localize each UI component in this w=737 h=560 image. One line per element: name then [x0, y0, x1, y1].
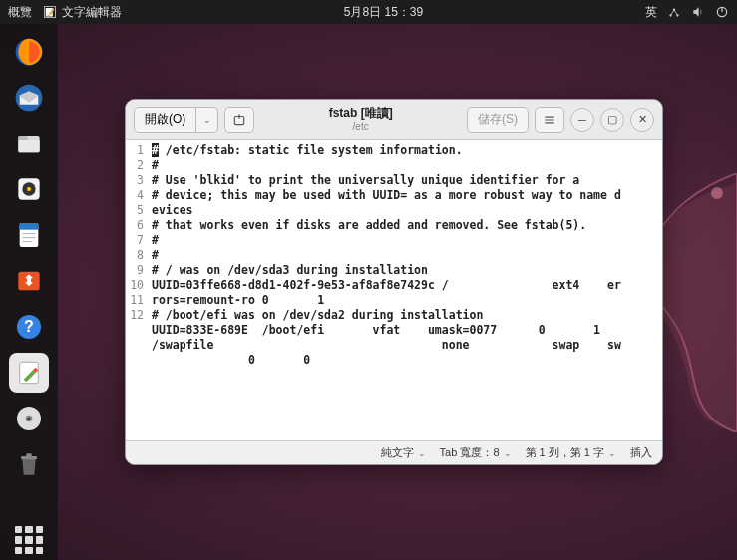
text-editor-window: 開啟(O) ⌄ fstab [唯讀] /etc 儲存(S) ─ ▢ ✕ 1 2 …: [125, 99, 663, 465]
app-name-label[interactable]: 文字編輯器: [62, 4, 122, 21]
dock-files[interactable]: [9, 124, 49, 163]
dock-rhythmbox[interactable]: [9, 169, 49, 209]
svg-rect-28: [26, 453, 31, 456]
svg-point-13: [27, 187, 31, 191]
svg-text:?: ?: [24, 318, 34, 335]
titlebar[interactable]: 開啟(O) ⌄ fstab [唯讀] /etc 儲存(S) ─ ▢ ✕: [126, 100, 662, 140]
status-bar: 純文字⌄ Tab 寬度：8⌄ 第 1 列，第 1 字⌄ 插入: [126, 440, 662, 464]
tab-width-selector[interactable]: Tab 寬度：8⌄: [440, 445, 512, 460]
minimize-button[interactable]: ─: [570, 108, 594, 132]
show-apps-button[interactable]: [9, 520, 49, 560]
new-tab-button[interactable]: [224, 107, 254, 133]
insert-mode[interactable]: 插入: [630, 445, 652, 460]
code-content[interactable]: # /etc/fstab: static file system informa…: [148, 140, 662, 440]
dock-software[interactable]: [9, 261, 49, 301]
activities-button[interactable]: 概覽: [8, 4, 32, 21]
dock: ?: [0, 24, 58, 560]
network-icon[interactable]: [667, 5, 681, 19]
dock-firefox[interactable]: [9, 32, 49, 72]
svg-rect-10: [18, 140, 39, 153]
dock-trash[interactable]: [9, 444, 49, 484]
chevron-down-icon: ⌄: [504, 448, 512, 458]
svg-point-5: [711, 187, 723, 199]
editor-area[interactable]: 1 2 3 4 5 6 7 8 9 10 11 12 # /etc/fstab:…: [126, 140, 662, 440]
close-button[interactable]: ✕: [630, 108, 654, 132]
app-indicator-icon: 📝: [44, 6, 56, 18]
svg-rect-9: [18, 136, 27, 140]
datetime-label[interactable]: 5月8日 15：39: [122, 4, 645, 21]
save-button[interactable]: 儲存(S): [467, 107, 529, 133]
window-title: fstab [唯讀] /etc: [260, 106, 461, 132]
top-bar: 概覽 📝 文字編輯器 5月8日 15：39 英: [0, 0, 737, 24]
syntax-selector[interactable]: 純文字⌄: [381, 445, 426, 460]
hamburger-icon: [543, 113, 556, 127]
title-main: fstab [唯讀]: [260, 106, 461, 120]
chevron-down-icon: ⌄: [203, 115, 211, 125]
dock-disc[interactable]: [9, 399, 49, 438]
input-method-label[interactable]: 英: [645, 4, 657, 21]
cursor-position[interactable]: 第 1 列，第 1 字⌄: [526, 445, 616, 460]
new-tab-icon: [232, 113, 246, 127]
open-button[interactable]: 開啟(O): [134, 107, 196, 133]
svg-point-26: [28, 418, 31, 420]
volume-icon[interactable]: [691, 5, 705, 19]
maximize-button[interactable]: ▢: [600, 108, 624, 132]
chevron-down-icon: ⌄: [418, 448, 426, 458]
dock-help[interactable]: ?: [9, 307, 49, 347]
dock-thunderbird[interactable]: [9, 78, 49, 118]
dock-text-editor[interactable]: [9, 353, 49, 393]
svg-rect-15: [20, 223, 39, 230]
dock-libreoffice-writer[interactable]: [9, 215, 49, 255]
line-gutter: 1 2 3 4 5 6 7 8 9 10 11 12: [126, 140, 148, 440]
open-dropdown-button[interactable]: ⌄: [196, 107, 218, 133]
desktop: ? 開啟(O) ⌄ fstab [唯讀] /etc 儲存(S) ─: [0, 24, 737, 560]
chevron-down-icon: ⌄: [608, 448, 616, 458]
title-sub: /etc: [260, 121, 461, 133]
power-icon[interactable]: [715, 5, 729, 19]
hamburger-menu-button[interactable]: [535, 107, 564, 133]
